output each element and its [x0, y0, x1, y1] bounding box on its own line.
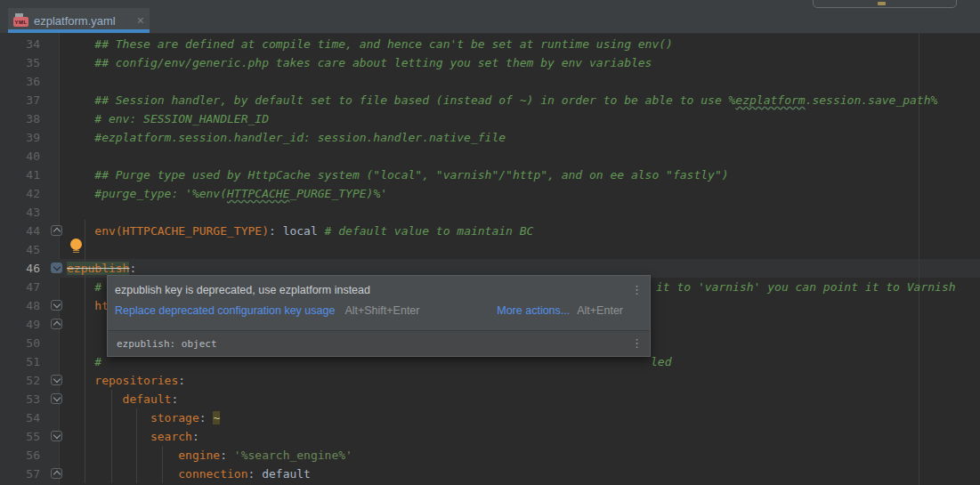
code-token: # [67, 280, 101, 294]
code-token: local [283, 224, 318, 238]
code-token: : [248, 467, 263, 481]
kebab-menu-icon[interactable]: ⋮ [631, 283, 643, 296]
code-token: led [651, 352, 671, 371]
code-token: engine [67, 449, 220, 462]
code-token: : [199, 411, 214, 424]
more-actions-link[interactable]: More actions... [497, 304, 570, 317]
code-token: ## Purge type used by HttpCache system (… [67, 168, 729, 182]
code-token: ezplatform [735, 93, 805, 107]
code-token: search [67, 430, 192, 443]
code-token: HTTPCACHE [227, 187, 289, 200]
code-line: connection: default [0, 465, 980, 483]
popup-doc-text: ezpublish: object [117, 338, 217, 350]
yaml-file-icon: YML [13, 13, 28, 28]
code-token: ezpublish [67, 262, 129, 275]
code-line: repositories: [0, 371, 980, 390]
code-line: default: [0, 390, 980, 408]
widget-icon [878, 2, 886, 5]
code-line [0, 203, 980, 222]
code-token: # env: SESSION_HANDLER_ID [67, 112, 269, 125]
code-token: repositories [67, 374, 178, 387]
code-token: ## Session handler, by default set to fi… [67, 93, 735, 107]
code-token: ## config/env/generic.php takes care abo… [67, 56, 652, 69]
ide-window: YML ezplatform.yaml × 343536373839404142… [0, 0, 980, 485]
code-token: env(HTTPCACHE_PURGE_TYPE) [67, 224, 269, 238]
more-actions-shortcut-hint: Alt+Enter [577, 304, 623, 317]
popup-doc-section: ezpublish: object ⋮ [108, 330, 650, 356]
code-token: ht [67, 299, 109, 312]
code-token: : [192, 430, 199, 443]
code-token: .session.save_path% [806, 93, 938, 107]
tab-title: ezplatform.yaml [34, 14, 116, 28]
code-token: default [67, 392, 171, 406]
code-token: storage [67, 411, 199, 424]
code-line [0, 240, 980, 259]
code-token: # [67, 355, 101, 368]
replace-shortcut-hint: Alt+Shift+Enter [344, 304, 419, 317]
code-token: : [269, 224, 283, 238]
kebab-menu-icon[interactable]: ⋮ [631, 336, 643, 350]
code-token: : [178, 374, 185, 387]
code-line: ## Purge type used by HttpCache system (… [0, 166, 980, 184]
code-line [0, 147, 980, 166]
code-token: # default value to maintain BC [318, 224, 534, 238]
code-token: '%search_engine%' [234, 449, 352, 462]
code-line: storage: ~ [0, 408, 980, 427]
code-line: engine: '%search_engine%' [0, 446, 980, 465]
replace-deprecated-key-link[interactable]: Replace deprecated configuration key usa… [115, 304, 335, 317]
code-token: : [171, 392, 178, 406]
code-line: ## config/env/generic.php takes care abo… [0, 53, 980, 72]
code-line: search: [0, 427, 980, 446]
code-token: it to 'varnish' you can point it to Varn… [656, 278, 956, 296]
code-token: default [262, 467, 311, 481]
popup-actions-row: Replace deprecated configuration key usa… [115, 304, 623, 317]
code-token: _PURGE_TYPE)%' [289, 187, 387, 200]
run-configuration-widget[interactable] [813, 0, 957, 8]
code-line: #ezplatform.session.handler_id: session.… [0, 128, 980, 147]
code-line: #purge_type: '%env(HTTPCACHE_PURGE_TYPE)… [0, 184, 980, 203]
code-line: ## These are defined at compile time, an… [0, 35, 980, 53]
code-token: ~ [213, 411, 220, 424]
deprecation-popup: ezpublish key is deprecated, use ezplatf… [107, 275, 651, 357]
code-line: # env: SESSION_HANDLER_ID [0, 109, 980, 128]
code-token: : [129, 262, 136, 275]
close-tab-icon[interactable]: × [137, 14, 144, 27]
code-token: #ezplatform.session.handler_id: session.… [67, 131, 506, 144]
popup-message-section: ezpublish key is deprecated, use ezplatf… [108, 276, 650, 330]
popup-title: ezpublish key is deprecated, use ezplatf… [115, 284, 643, 296]
code-token: ## These are defined at compile time, an… [67, 37, 673, 51]
tab-bar: YML ezplatform.yaml × [0, 0, 980, 34]
code-line: env(HTTPCACHE_PURGE_TYPE): local # defau… [0, 222, 980, 240]
code-line: ## Session handler, by default set to fi… [0, 91, 980, 109]
code-token: : [220, 449, 234, 462]
code-token: connection [67, 467, 248, 481]
code-token: #purge_type: '%env( [67, 187, 227, 200]
code-line [0, 72, 980, 91]
